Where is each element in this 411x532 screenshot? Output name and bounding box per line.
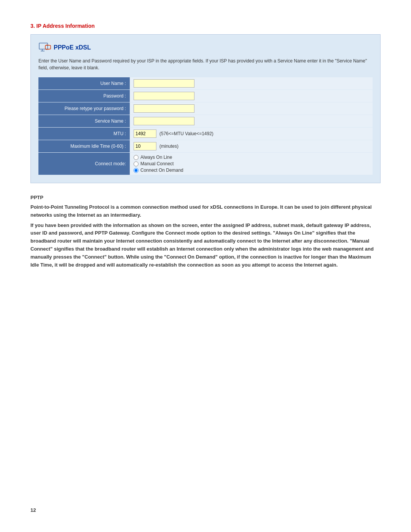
retype-password-row: Please retype your password : [38,102,373,115]
connect-mode-row: Connect mode: Always On Line Manual Conn… [38,153,373,175]
main-container: PPPoE xDSL Enter the User Name and Passw… [30,34,381,183]
max-idle-label: Maximum Idle Time (0-60) : [38,140,130,153]
password-label: Password : [38,90,130,102]
password-value [130,90,373,102]
mtu-row: MTU : (576<=MTU Value<=1492) [38,128,373,140]
user-name-input[interactable] [134,79,194,88]
service-name-label: Service Name : [38,115,130,128]
pppoe-icon [38,42,51,53]
radio-always[interactable]: Always On Line [134,155,183,160]
pppoe-description: Enter the User Name and Password require… [38,58,373,71]
radio-manual[interactable]: Manual Connect [134,161,183,166]
pptp-paragraph2: If you have been provided with the infor… [30,222,381,269]
pptp-paragraph1: Point-to-Point Tunneling Protocol is a c… [30,203,381,219]
retype-password-input[interactable] [134,104,194,113]
service-name-row: Service Name : [38,115,373,128]
svg-rect-3 [45,45,51,49]
radio-always-label: Always On Line [140,155,172,160]
max-idle-value: (minutes) [130,140,373,153]
radio-always-input[interactable] [134,155,139,160]
radio-demand[interactable]: Connect On Demand [134,168,183,173]
page-number: 12 [30,507,36,513]
max-idle-row: Maximum Idle Time (0-60) : (minutes) [38,140,373,153]
pppoe-header: PPPoE xDSL [38,42,373,53]
mtu-input[interactable] [134,129,156,138]
pptp-title: PPTP [30,195,381,200]
user-name-label: User Name : [38,77,130,90]
pptp-section: PPTP Point-to-Point Tunneling Protocol i… [30,195,381,269]
radio-group: Always On Line Manual Connect Connect On… [134,155,183,173]
max-idle-hint: (minutes) [159,144,178,149]
radio-manual-input[interactable] [134,161,139,166]
password-input[interactable] [134,92,194,100]
password-row: Password : [38,90,373,102]
radio-manual-label: Manual Connect [140,161,174,166]
radio-demand-label: Connect On Demand [140,168,183,173]
mtu-value: (576<=MTU Value<=1492) [130,128,373,140]
retype-password-value [130,102,373,115]
connect-mode-label: Connect mode: [38,153,130,175]
retype-password-label: Please retype your password : [38,102,130,115]
form-section: User Name : Password : Please retype you… [38,77,373,175]
pppoe-title: PPPoE xDSL [54,44,91,51]
service-name-input[interactable] [134,117,194,125]
radio-demand-input[interactable] [134,168,139,173]
section-title: 3. IP Address Information [30,23,381,29]
svg-rect-0 [39,43,48,49]
connect-mode-value: Always On Line Manual Connect Connect On… [130,153,373,175]
user-name-row: User Name : [38,77,373,90]
service-name-value [130,115,373,128]
max-idle-input[interactable] [134,142,156,150]
user-name-value [130,77,373,90]
mtu-hint: (576<=MTU Value<=1492) [159,131,213,136]
mtu-label: MTU : [38,128,130,140]
